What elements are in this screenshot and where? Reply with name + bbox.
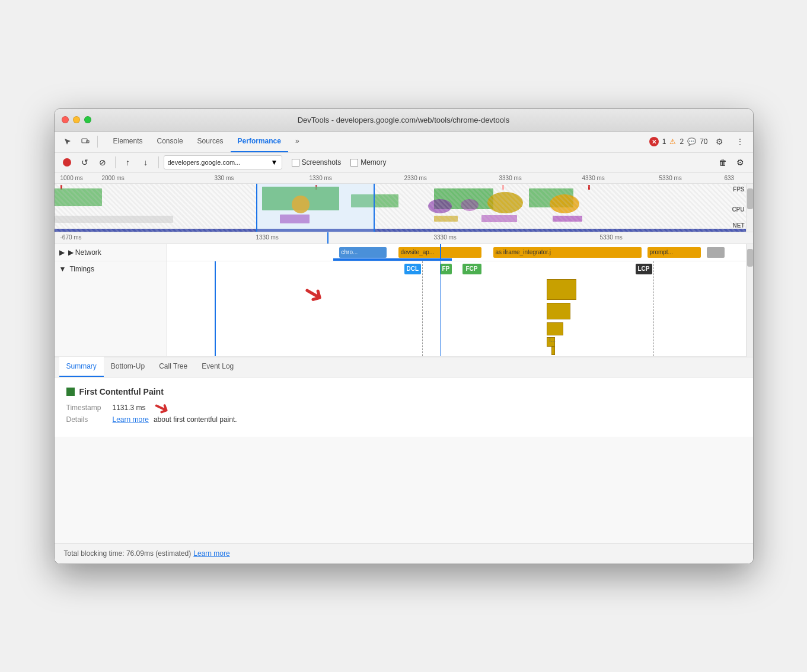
memory-option[interactable]: Memory — [350, 158, 386, 167]
ruler-tick-7: 4330 ms — [582, 175, 605, 181]
learn-more-link[interactable]: Learn more — [113, 415, 149, 424]
lcp-marker[interactable]: LCP — [636, 264, 652, 274]
network-item-chrome[interactable]: chro... — [339, 247, 387, 258]
dashed-line-2 — [653, 261, 654, 356]
network-track-content: chro... devsite_ap... as iframe_integrat… — [167, 244, 753, 261]
error-icon: ✕ — [649, 137, 659, 146]
screenshots-option[interactable]: Screenshots — [292, 158, 342, 167]
ruler-tick-6: 3330 ms — [499, 175, 522, 181]
dcl-marker[interactable]: DCL — [404, 264, 422, 274]
nav-divider-1 — [97, 136, 98, 148]
bottom-section: Summary Bottom-Up Call Tree Event Log Fi… — [55, 357, 753, 564]
track-scrollbar[interactable] — [746, 244, 753, 357]
timings-track-label[interactable]: ▼ Timings — [55, 261, 167, 356]
summary-title-text: First Contentful Paint — [79, 387, 164, 396]
fp-marker[interactable]: FP — [440, 264, 452, 274]
status-text: Total blocking time: 76.09ms (estimated) — [64, 549, 192, 558]
fp-label: FP — [442, 265, 450, 272]
ruler-tick-3: 330 ms — [215, 175, 234, 181]
scrollbar-thumb — [747, 188, 753, 209]
fcp-color-box — [66, 388, 75, 396]
delete-button[interactable]: 🗑 — [715, 155, 731, 170]
dashed-line-1 — [422, 261, 423, 356]
ruler-tick-1: 1000 ms — [60, 175, 83, 181]
network-item-gray[interactable] — [707, 247, 725, 258]
more-icon[interactable]: ⋮ — [732, 133, 748, 150]
lcp-text: l... — [550, 337, 556, 343]
tab-event-log[interactable]: Event Log — [194, 357, 241, 377]
cpu-label: CPU — [732, 206, 744, 213]
timestamp-row: Timestamp 1131.3 ms ➜ — [66, 404, 741, 412]
upload-button[interactable]: ↑ — [120, 155, 136, 170]
memory-checkbox[interactable] — [350, 159, 358, 167]
fps-overview: 1000 ms 2000 ms 330 ms 1330 ms 2330 ms 3… — [55, 173, 753, 232]
timings-track-row: ▼ Timings DCL FP FCP — [55, 261, 753, 357]
triangle-down-icon: ▼ — [59, 265, 66, 273]
summary-title: First Contentful Paint — [66, 387, 741, 396]
track-scrollbar-thumb — [747, 249, 753, 267]
details-key: Details — [66, 415, 108, 424]
perf-toolbar: ↺ ⊘ ↑ ↓ developers.google.com... ▼ Scree… — [55, 153, 753, 173]
nav-tabs: Elements Console Sources Performance » — [106, 131, 648, 152]
ruler-tick-5: 2330 ms — [404, 175, 427, 181]
nav-right: ✕ 1 ⚠ 2 💬 70 ⚙ ⋮ — [649, 133, 748, 150]
toolbar-divider-2 — [158, 156, 159, 168]
tab-console[interactable]: Console — [150, 131, 190, 152]
time-tick-minus670: -670 ms — [60, 234, 82, 241]
tab-performance[interactable]: Performance — [231, 131, 288, 152]
timeline-ruler: -670 ms 1330 ms 3330 ms 5330 ms — [55, 232, 753, 244]
triangle-icon: ▶ — [59, 248, 65, 257]
ruler-tick-4: 1330 ms — [310, 175, 332, 181]
settings-icon[interactable]: ⚙ — [712, 133, 728, 150]
reload-button[interactable]: ↺ — [77, 155, 92, 170]
tab-sources[interactable]: Sources — [190, 131, 231, 152]
tab-more[interactable]: » — [288, 131, 307, 152]
network-item-prompt-label: prompt... — [650, 249, 673, 255]
dcl-label: DCL — [407, 265, 419, 272]
network-item-iframe[interactable]: as iframe_integrator.j — [493, 247, 642, 258]
ruler-tick-9: 633 — [725, 175, 735, 181]
status-learn-more-link[interactable]: Learn more — [193, 549, 229, 558]
responsive-icon[interactable] — [77, 133, 94, 150]
lcp-label: LCP — [638, 265, 650, 272]
screenshots-checkbox[interactable] — [292, 159, 299, 167]
ruler-tick-2: 2000 ms — [102, 175, 125, 181]
network-item-prompt[interactable]: prompt... — [647, 247, 701, 258]
network-track-label[interactable]: ▶ ▶ Network — [55, 244, 167, 261]
tab-call-tree[interactable]: Call Tree — [152, 357, 194, 377]
minimize-button[interactable] — [73, 116, 80, 123]
tab-elements[interactable]: Elements — [106, 131, 150, 152]
cursor-icon[interactable] — [59, 133, 76, 150]
network-label-text: ▶ Network — [68, 248, 101, 257]
clear-button[interactable]: ⊘ — [95, 155, 110, 170]
gold-bar-5 — [551, 347, 555, 355]
timestamp-value: 1131.3 ms ➜ — [113, 404, 170, 412]
fps-label: FPS — [733, 186, 744, 193]
download-button[interactable]: ↓ — [138, 155, 154, 170]
network-item-chrome-label: chro... — [342, 249, 358, 255]
bottom-tabs: Summary Bottom-Up Call Tree Event Log — [55, 357, 753, 377]
gold-bar-2 — [547, 303, 570, 319]
fcp-label: FCP — [466, 265, 478, 272]
capture-settings-icon[interactable]: ⚙ — [733, 155, 748, 170]
tab-summary[interactable]: Summary — [59, 357, 104, 377]
network-item-iframe-label: as iframe_integrator.j — [496, 249, 551, 255]
window-title: DevTools - developers.google.com/web/too… — [298, 116, 510, 124]
ruler-tick-8: 5330 ms — [659, 175, 682, 181]
chevron-down-icon: ▼ — [271, 158, 278, 167]
maximize-button[interactable] — [84, 116, 91, 123]
url-selector[interactable]: developers.google.com... ▼ — [164, 155, 282, 169]
fcp-marker[interactable]: FCP — [462, 264, 481, 274]
nav-bar: Elements Console Sources Performance » ✕… — [55, 132, 753, 153]
tab-bottom-up[interactable]: Bottom-Up — [104, 357, 152, 377]
time-tick-3330: 3330 ms — [434, 234, 457, 241]
timeline-container: 1000 ms 2000 ms 330 ms 1330 ms 2330 ms 3… — [55, 173, 753, 357]
cursor-line-timings — [440, 261, 441, 356]
cursor-line-network — [440, 244, 441, 261]
scrollbar-right[interactable] — [746, 184, 753, 232]
close-button[interactable] — [62, 116, 69, 123]
record-button[interactable] — [63, 158, 71, 167]
message-icon: 💬 — [687, 137, 696, 146]
timeline-cursor — [327, 232, 328, 244]
toolbar-divider-1 — [115, 156, 116, 168]
